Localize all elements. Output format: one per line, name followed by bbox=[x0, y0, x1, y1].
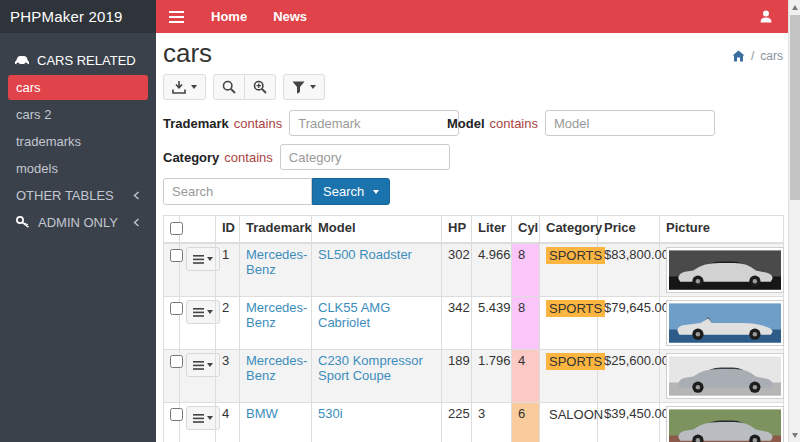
breadcrumb-separator: / bbox=[751, 49, 754, 63]
filter-model: Model contains bbox=[447, 110, 715, 136]
funnel-icon bbox=[292, 81, 305, 94]
sidebar-group-label: CARS RELATED bbox=[37, 53, 136, 68]
select-all-checkbox[interactable] bbox=[170, 222, 183, 235]
body: CARS RELATED cars cars 2 trademarks mode… bbox=[0, 33, 788, 442]
sidebar-group-other-tables[interactable]: OTHER TABLES bbox=[0, 182, 156, 209]
filter-operator-label: contains bbox=[224, 150, 272, 165]
cell-id: 1 bbox=[216, 243, 240, 297]
list-toolbar bbox=[163, 74, 783, 100]
filter-field-label: Trademark bbox=[163, 116, 229, 131]
vertical-scrollbar[interactable] bbox=[788, 0, 800, 442]
filter-trademark: Trademark contains bbox=[163, 110, 447, 136]
cell-cyl: 8 bbox=[512, 243, 540, 297]
category-filter-input[interactable] bbox=[280, 144, 450, 170]
row-checkbox[interactable] bbox=[170, 355, 183, 368]
breadcrumb-home-link[interactable] bbox=[732, 50, 745, 62]
model-link[interactable]: CLK55 AMG Cabriolet bbox=[318, 300, 390, 330]
column-header-hp[interactable]: HP bbox=[442, 216, 472, 244]
model-link[interactable]: 530i bbox=[318, 406, 343, 421]
nav-news[interactable]: News bbox=[260, 0, 320, 33]
search-panel-button[interactable] bbox=[213, 74, 245, 100]
trademark-link[interactable]: Mercedes-Benz bbox=[246, 247, 307, 277]
search-input[interactable] bbox=[163, 178, 312, 205]
cell-liter: 4.966 bbox=[472, 243, 512, 297]
trademark-link[interactable]: Mercedes-Benz bbox=[246, 300, 307, 330]
nav-home[interactable]: Home bbox=[198, 0, 260, 33]
caret-down-icon bbox=[207, 363, 213, 367]
car-picture[interactable] bbox=[666, 247, 784, 293]
trademark-filter-input[interactable] bbox=[289, 110, 459, 136]
scroll-down-button[interactable] bbox=[789, 428, 800, 442]
column-header-cyl[interactable]: Cyl bbox=[512, 216, 540, 244]
cell-hp: 342 bbox=[442, 297, 472, 350]
filter-field-label: Category bbox=[163, 150, 219, 165]
column-header-price[interactable]: Price bbox=[598, 216, 660, 244]
row-checkbox[interactable] bbox=[170, 249, 183, 262]
list-menu-icon bbox=[193, 361, 204, 370]
column-header-liter[interactable]: Liter bbox=[472, 216, 512, 244]
filter-row-2: Category contains bbox=[163, 144, 783, 170]
cell-id: 4 bbox=[216, 403, 240, 442]
hamburger-icon bbox=[169, 11, 184, 23]
sidebar: CARS RELATED cars cars 2 trademarks mode… bbox=[0, 33, 156, 442]
page-title: cars bbox=[163, 39, 212, 67]
sidebar-item-cars[interactable]: cars bbox=[8, 75, 148, 100]
caret-down-icon bbox=[373, 190, 379, 194]
cell-hp: 225 bbox=[442, 403, 472, 442]
scroll-down-icon bbox=[792, 433, 798, 438]
filter-field-label: Model bbox=[447, 116, 485, 131]
person-icon bbox=[760, 10, 772, 23]
sidebar-toggle-button[interactable] bbox=[156, 11, 198, 23]
user-menu-button[interactable] bbox=[760, 10, 788, 23]
table-row: 3 Mercedes-Benz C230 Kompressor Sport Co… bbox=[164, 350, 784, 403]
column-header-category[interactable]: Category bbox=[540, 216, 598, 244]
sidebar-item-trademarks[interactable]: trademarks bbox=[0, 128, 156, 155]
filter-button[interactable] bbox=[283, 74, 325, 100]
search-button-group bbox=[213, 74, 276, 100]
search-button[interactable]: Search bbox=[312, 178, 390, 205]
column-header-trademark[interactable]: Trademark bbox=[240, 216, 312, 244]
search-button-label: Search bbox=[323, 184, 364, 199]
sidebar-item-cars-2[interactable]: cars 2 bbox=[0, 101, 156, 128]
car-picture[interactable] bbox=[666, 406, 784, 442]
row-checkbox[interactable] bbox=[170, 302, 183, 315]
highlight-search-button[interactable] bbox=[245, 74, 276, 100]
category-badge: SPORTS bbox=[546, 247, 605, 264]
column-header-model[interactable]: Model bbox=[312, 216, 442, 244]
cell-cyl: 4 bbox=[512, 350, 540, 403]
list-menu-icon bbox=[193, 414, 204, 423]
export-button[interactable] bbox=[163, 74, 206, 100]
car-picture[interactable] bbox=[666, 300, 784, 346]
navbar: Home News bbox=[156, 0, 788, 33]
brand-logo[interactable]: PHPMaker 2019 bbox=[0, 0, 156, 33]
sidebar-group-label: ADMIN ONLY bbox=[38, 215, 133, 230]
scroll-up-button[interactable] bbox=[789, 0, 800, 14]
cell-price: $83,800.00 bbox=[598, 243, 660, 297]
select-all-cell bbox=[164, 216, 180, 244]
trademark-link[interactable]: BMW bbox=[246, 406, 278, 421]
model-link[interactable]: C230 Kompressor Sport Coupe bbox=[318, 353, 423, 383]
scrollbar-thumb[interactable] bbox=[790, 15, 800, 200]
breadcrumb-current: cars bbox=[760, 49, 783, 63]
row-checkbox[interactable] bbox=[170, 408, 183, 421]
trademark-link[interactable]: Mercedes-Benz bbox=[246, 353, 307, 383]
car-picture[interactable] bbox=[666, 353, 784, 399]
category-badge: SPORTS bbox=[546, 353, 605, 370]
sidebar-item-models[interactable]: models bbox=[0, 155, 156, 182]
model-link[interactable]: SL500 Roadster bbox=[318, 247, 412, 262]
caret-down-icon bbox=[207, 310, 213, 314]
app-window: PHPMaker 2019 Home News bbox=[0, 0, 800, 442]
model-filter-input[interactable] bbox=[545, 110, 715, 136]
column-header-id[interactable]: ID bbox=[216, 216, 240, 244]
main-content: cars / cars bbox=[156, 33, 788, 442]
sidebar-group-cars-related[interactable]: CARS RELATED bbox=[0, 47, 156, 74]
table-row: 1 Mercedes-Benz SL500 Roadster 302 4.966… bbox=[164, 243, 784, 297]
key-icon bbox=[16, 216, 30, 229]
cars-table: ID Trademark Model HP Liter Cyl Category… bbox=[163, 215, 784, 442]
cell-price: $79,645.00 bbox=[598, 297, 660, 350]
top-bar: PHPMaker 2019 Home News bbox=[0, 0, 788, 33]
chevron-left-icon bbox=[133, 191, 140, 200]
sidebar-group-admin-only[interactable]: ADMIN ONLY bbox=[0, 209, 156, 236]
cell-cyl: 8 bbox=[512, 297, 540, 350]
page: PHPMaker 2019 Home News bbox=[0, 0, 788, 442]
